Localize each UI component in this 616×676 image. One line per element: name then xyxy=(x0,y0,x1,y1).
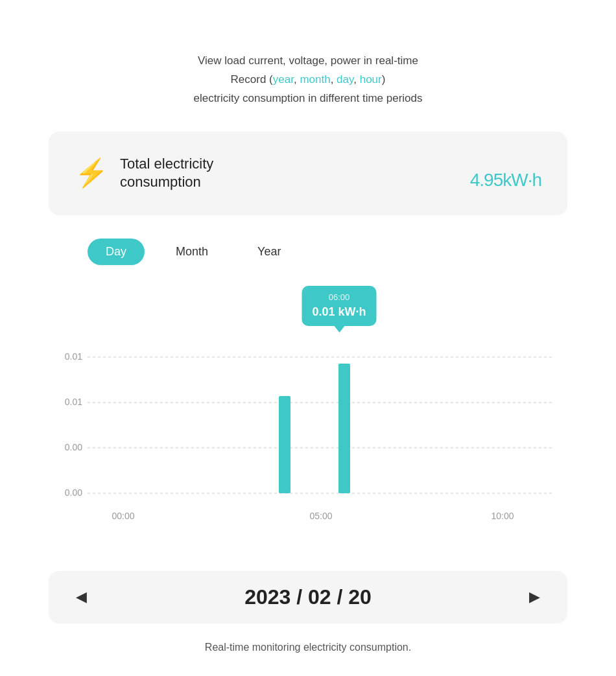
chart-svg-wrapper: 0.01 0.01 0.00 0.00 00:00 05:00 10:00 xyxy=(49,325,567,548)
total-value: 4.95kW·h xyxy=(470,152,541,194)
svg-text:0.01: 0.01 xyxy=(65,351,82,362)
svg-rect-8 xyxy=(279,396,290,493)
chart-tooltip: 06:00 0.01 kW·h xyxy=(302,286,376,327)
sep1: , xyxy=(294,73,300,86)
header-line2: Record (year, month, day, hour) xyxy=(193,71,422,89)
header-description: View load current, voltage, power in rea… xyxy=(193,52,422,108)
sep3: , xyxy=(353,73,359,86)
date-navigation: ◀ 2023 / 02 / 20 ▶ xyxy=(49,571,567,624)
tab-year[interactable]: Year xyxy=(239,239,299,265)
svg-rect-9 xyxy=(338,364,350,493)
header-line2-suffix: ) xyxy=(382,73,386,86)
header-line3: electricity consumption in different tim… xyxy=(193,89,422,108)
svg-text:10:00: 10:00 xyxy=(491,511,514,521)
total-left: ⚡ Total electricityconsumption xyxy=(75,155,213,192)
chart-svg: 0.01 0.01 0.00 0.00 00:00 05:00 10:00 xyxy=(49,325,567,545)
footer-text: Real-time monitoring electricity consump… xyxy=(205,642,411,653)
link-day[interactable]: day xyxy=(337,73,353,86)
current-date: 2023 / 02 / 20 xyxy=(244,585,372,609)
total-number: 4.95 xyxy=(470,170,503,190)
tooltip-time: 06:00 xyxy=(312,291,366,304)
tab-day[interactable]: Day xyxy=(88,239,145,265)
tooltip-value: 0.01 kW·h xyxy=(312,303,366,321)
svg-text:05:00: 05:00 xyxy=(309,511,332,521)
svg-text:0.01: 0.01 xyxy=(65,397,82,407)
time-period-tabs: Day Month Year xyxy=(88,239,299,265)
link-hour[interactable]: hour xyxy=(360,73,382,86)
total-electricity-card: ⚡ Total electricityconsumption 4.95kW·h xyxy=(49,132,567,215)
tab-month[interactable]: Month xyxy=(158,239,226,265)
svg-text:0.00: 0.00 xyxy=(65,487,82,498)
link-year[interactable]: year xyxy=(273,73,294,86)
sep2: , xyxy=(331,73,337,86)
next-date-button[interactable]: ▶ xyxy=(521,586,548,608)
chart-area: 06:00 0.01 kW·h 0.01 0.01 0.00 0.00 00:0… xyxy=(49,286,567,548)
bolt-icon: ⚡ xyxy=(75,159,108,187)
svg-text:0.00: 0.00 xyxy=(65,442,82,452)
svg-text:00:00: 00:00 xyxy=(112,511,134,521)
prev-date-button[interactable]: ◀ xyxy=(68,586,95,608)
link-month[interactable]: month xyxy=(300,73,330,86)
header-line1: View load current, voltage, power in rea… xyxy=(193,52,422,71)
total-label: Total electricityconsumption xyxy=(120,155,213,192)
total-unit: kW·h xyxy=(503,170,541,190)
header-line2-prefix: Record ( xyxy=(231,73,273,86)
